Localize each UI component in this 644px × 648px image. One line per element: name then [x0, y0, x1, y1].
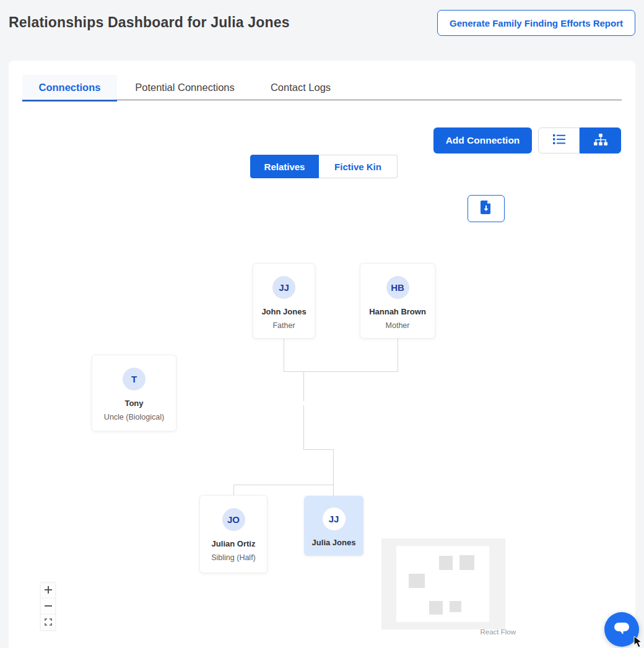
avatar: JO: [222, 508, 245, 531]
edge-trunk-step: [303, 449, 334, 450]
minimap-node: [409, 574, 425, 588]
list-view-icon: [553, 134, 565, 147]
zoom-in-icon: [45, 585, 52, 596]
minimap-node: [439, 556, 453, 570]
tab-connections[interactable]: Connections: [22, 75, 117, 100]
react-flow-attribution[interactable]: React Flow: [461, 628, 516, 636]
avatar: HB: [386, 276, 409, 299]
tree-node-julian-ortiz[interactable]: JO Julian Ortiz Sibling (Half): [199, 495, 268, 573]
tree-view-icon: [594, 134, 607, 148]
node-name: Julian Ortiz: [212, 539, 256, 548]
minimap-node: [450, 601, 461, 612]
node-relation: Sibling (Half): [211, 553, 256, 562]
fit-view-icon: [45, 617, 52, 628]
minimap-node: [429, 601, 443, 615]
page-title: Relationships Dashboard for Julia Jones: [9, 14, 290, 31]
flow-minimap[interactable]: [381, 538, 505, 629]
mouse-cursor: [633, 636, 643, 648]
fit-view-button[interactable]: [40, 615, 56, 631]
node-relation: Mother: [386, 321, 410, 330]
zoom-in-button[interactable]: [40, 582, 56, 598]
edge-parents-join: [284, 371, 398, 372]
avatar: JJ: [323, 508, 346, 530]
chat-bubble-icon: [614, 621, 630, 638]
edge-hannah-down: [398, 339, 398, 371]
edge-children-down: [333, 449, 334, 485]
tree-view-button[interactable]: [580, 127, 621, 153]
edge-trunk-lower: [303, 405, 304, 449]
avatar: T: [123, 368, 146, 391]
node-relation: Father: [272, 321, 295, 330]
tree-node-tony[interactable]: T Tony Uncle (Biological): [92, 355, 176, 431]
tab-contact-logs[interactable]: Contact Logs: [269, 75, 333, 100]
node-relation: Uncle (Biological): [104, 413, 164, 421]
tab-potential-connections[interactable]: Potential Connections: [131, 75, 239, 100]
list-view-button[interactable]: [538, 127, 580, 153]
edge-julia-drop: [333, 485, 334, 496]
edge-john-down: [284, 339, 284, 371]
filter-fictive-kin-button[interactable]: Fictive Kin: [319, 155, 398, 178]
avatar: JJ: [272, 276, 295, 299]
tree-node-hannah-brown[interactable]: HB Hannah Brown Mother: [360, 263, 435, 339]
add-connection-button[interactable]: Add Connection: [433, 127, 532, 153]
tree-node-john-jones[interactable]: JJ John Jones Father: [253, 263, 315, 339]
tree-node-julia-jones-focal[interactable]: JJ Julia Jones: [304, 496, 363, 556]
zoom-out-button[interactable]: [40, 598, 56, 615]
generate-report-button[interactable]: Generate Family Finding Efforts Report: [437, 10, 635, 36]
node-name: John Jones: [261, 307, 306, 316]
node-name: Tony: [124, 399, 143, 408]
edge-julian-drop: [233, 485, 234, 495]
filter-relatives-button[interactable]: Relatives: [250, 155, 319, 178]
node-name: Julia Jones: [312, 538, 356, 547]
file-download-icon: [481, 201, 492, 217]
edge-children-join: [233, 485, 334, 485]
minimap-node: [459, 555, 474, 570]
export-tree-button[interactable]: [468, 195, 505, 222]
flow-zoom-controls: [40, 582, 56, 631]
node-name: Hannah Brown: [369, 307, 426, 316]
relationships-dashboard-screen: Relationships Dashboard for Julia Jones …: [0, 0, 644, 648]
edge-trunk-upper: [303, 371, 304, 401]
tab-divider: [22, 100, 622, 100]
zoom-out-icon: [45, 601, 52, 612]
